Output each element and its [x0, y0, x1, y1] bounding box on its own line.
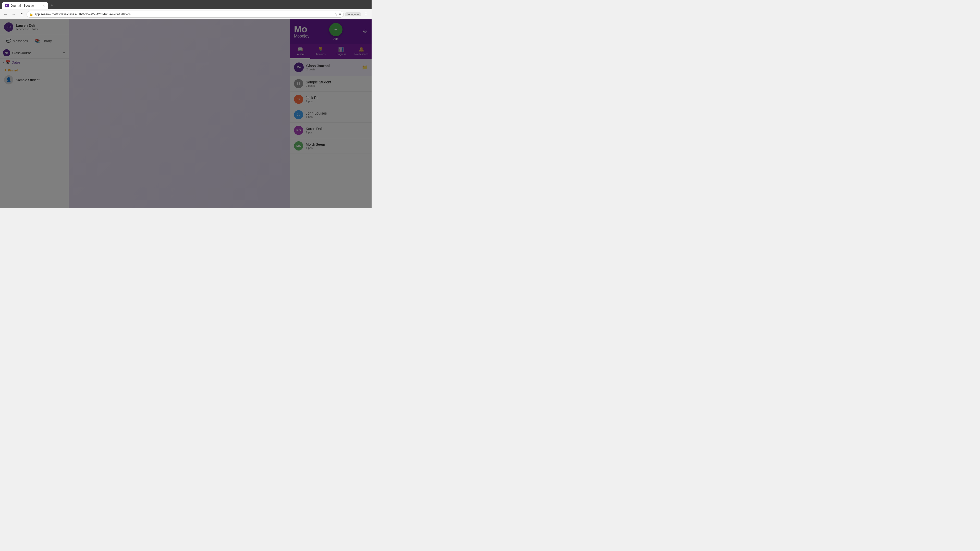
- tab-favicon: S: [5, 4, 9, 7]
- forward-button[interactable]: →: [10, 11, 18, 18]
- extensions-icon[interactable]: ■: [339, 12, 341, 16]
- address-bar[interactable]: 🔒 app.seesaw.me/#/class/class.e01bf4c2-9…: [27, 11, 344, 17]
- modal-overlay[interactable]: × Create Your Class ✓ Import from Google…: [0, 19, 372, 208]
- bookmark-icon[interactable]: ☆: [334, 12, 337, 16]
- app-container: LD Lauren Deli Teacher - 1 Class 💬 Messa…: [0, 19, 372, 208]
- tab-close-icon[interactable]: ×: [43, 3, 45, 8]
- new-tab-button[interactable]: +: [49, 3, 55, 9]
- browser-tab[interactable]: S Journal - Seesaw ×: [2, 2, 48, 9]
- refresh-button[interactable]: ↻: [18, 11, 25, 18]
- incognito-label: Incognito: [345, 12, 361, 16]
- address-text: app.seesaw.me/#/class/class.e01bf4c2-9a2…: [35, 13, 332, 16]
- tab-title: Journal - Seesaw: [11, 4, 41, 7]
- browser-chrome: S Journal - Seesaw × +: [0, 0, 372, 9]
- browser-nav: ← → ↻ 🔒 app.seesaw.me/#/class/class.e01b…: [0, 9, 372, 19]
- menu-button[interactable]: ⋮: [363, 11, 369, 18]
- lock-icon: 🔒: [29, 13, 33, 16]
- back-button[interactable]: ←: [2, 11, 9, 18]
